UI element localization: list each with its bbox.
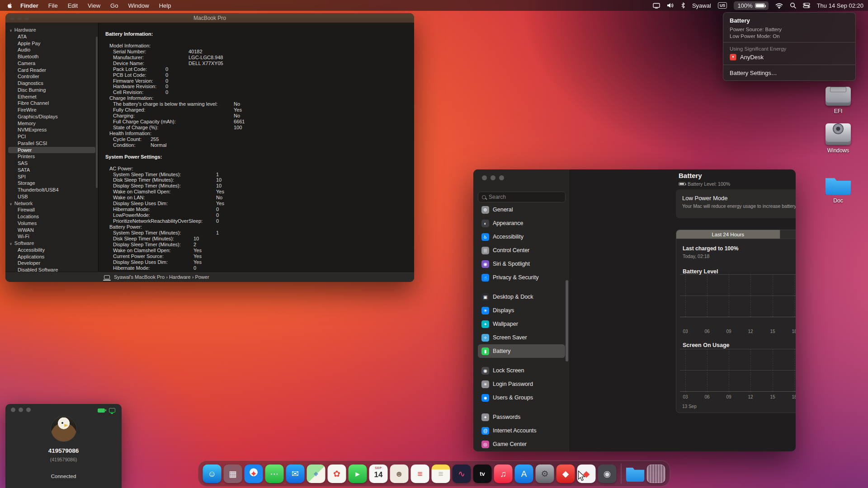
menu-item[interactable]: Window	[123, 0, 154, 11]
dock-maps[interactable]: ⌖	[307, 465, 326, 483]
sidebar-tree-item[interactable]: SAS	[5, 160, 98, 167]
window-titlebar[interactable]: MacBook Pro	[5, 13, 414, 23]
sidebar-tree-item[interactable]: Storage	[5, 180, 98, 187]
keyboard-layout-badge[interactable]: US	[718, 2, 727, 9]
sidebar-scrollbar[interactable]	[96, 37, 98, 188]
settings-sidebar-scrollbar[interactable]	[566, 280, 568, 361]
zoom-button[interactable]	[499, 175, 504, 180]
sidebar-item-users-groups[interactable]: ☻ Users & Groups	[478, 391, 565, 404]
sidebar-item-siri-spotlight[interactable]: ◉ Siri & Spotlight	[478, 257, 565, 271]
sidebar-tree-item[interactable]: SPI	[5, 174, 98, 180]
dock-contacts[interactable]: ☻	[390, 465, 409, 483]
sidebar-tree-item[interactable]: Hardware	[5, 27, 98, 33]
zoom-button[interactable]	[24, 16, 29, 20]
sidebar-tree-item[interactable]: NVMExpress	[5, 127, 98, 133]
tab-last-24-hours[interactable]: Last 24 Hours	[676, 230, 780, 239]
sidebar-tree-item[interactable]: Network	[5, 200, 98, 207]
dock-mail[interactable]: ✉	[286, 465, 305, 483]
dock-launchpad[interactable]: ▦	[224, 465, 242, 483]
dock-app-red[interactable]: ◆	[557, 465, 575, 483]
sidebar-tree-item[interactable]: Camera	[5, 60, 98, 67]
dock-photos[interactable]: ✿	[328, 465, 346, 483]
menu-item[interactable]: Go	[105, 0, 123, 11]
sidebar-tree-item[interactable]: Power	[8, 147, 95, 154]
sidebar-tree-item[interactable]: Disabled Software	[5, 267, 98, 272]
dock-reminders[interactable]: ≡	[411, 465, 429, 483]
bluetooth-icon[interactable]	[681, 2, 685, 9]
sidebar-item-passwords[interactable]: ✦ Passwords	[478, 410, 565, 424]
sidebar-item-game-center[interactable]: ◎ Game Center	[478, 437, 565, 451]
dock-system-settings[interactable]: ⚙	[536, 465, 554, 483]
desktop-icon-windows[interactable]: Windows	[819, 118, 857, 154]
dock-tv[interactable]: tv	[473, 465, 492, 483]
desktop-icon-efi[interactable]: EFI	[819, 80, 857, 114]
sidebar-tree-item[interactable]: SATA	[5, 167, 98, 174]
dock-calendar[interactable]: SEP 14	[369, 465, 388, 483]
desktop-icon-doc[interactable]: Doc	[819, 175, 857, 204]
sidebar-tree-item[interactable]: PCI	[5, 133, 98, 140]
dock-finder[interactable]: ☺	[203, 465, 222, 483]
minimize-button[interactable]	[19, 408, 23, 412]
search-icon[interactable]	[790, 2, 796, 9]
menu-bar-clock[interactable]: Thu 14 Sep 02:20	[817, 2, 863, 9]
energy-app-item[interactable]: AnyDesk	[723, 52, 855, 62]
sidebar-tree-item[interactable]: Apple Pay	[5, 40, 98, 47]
sidebar-item-internet-accounts[interactable]: @ Internet Accounts	[478, 424, 565, 437]
minimize-button[interactable]	[17, 16, 22, 20]
sidebar-item-accessibility[interactable]: ♿ Accessibility	[478, 230, 565, 244]
sidebar-item-displays[interactable]: ☀ Displays	[478, 304, 565, 317]
battery-settings-item[interactable]: Battery Settings…	[723, 68, 855, 77]
dock-folder-doc[interactable]	[626, 465, 645, 483]
sidebar-tree-item[interactable]: Firewall	[5, 206, 98, 213]
dock-app-store[interactable]: A	[515, 465, 533, 483]
dock-music-wave[interactable]: ∿	[453, 465, 471, 483]
control-center-icon[interactable]	[803, 3, 810, 8]
sidebar-item-appearance[interactable]: ◐ Appearance	[478, 216, 565, 230]
sidebar-item-privacy-security[interactable]: ☝ Privacy & Security	[478, 271, 565, 284]
tab-last-10-days[interactable]: Last 10 Days	[780, 230, 796, 239]
sidebar-tree-item[interactable]: ATA	[5, 33, 98, 40]
sidebar-tree-item[interactable]: Graphics/Displays	[5, 113, 98, 120]
sidebar-tree-item[interactable]: Fibre Channel	[5, 100, 98, 107]
sidebar-tree-item[interactable]: USB	[5, 193, 98, 200]
dock-music[interactable]: ♫	[494, 465, 513, 483]
sidebar-tree-item[interactable]: Volumes	[5, 220, 98, 227]
dock-notes[interactable]: ≡	[432, 465, 450, 483]
sidebar-tree-item[interactable]: Wi-Fi	[5, 233, 98, 240]
close-button[interactable]	[10, 16, 14, 20]
menu-item[interactable]: Finder	[15, 0, 43, 11]
sidebar-tree-item[interactable]: Controller	[5, 73, 98, 80]
sidebar-tree-item[interactable]: Locations	[5, 213, 98, 220]
menu-item[interactable]: Help	[154, 0, 176, 11]
search-input[interactable]	[489, 194, 561, 200]
sidebar-tree-item[interactable]: Diagnostics	[5, 80, 98, 87]
sidebar-tree-item[interactable]: Applications	[5, 253, 98, 260]
sidebar-tree-item[interactable]: Disc Burning	[5, 87, 98, 94]
zoom-button[interactable]	[26, 408, 31, 412]
sidebar-item-desktop-dock[interactable]: ▣ Desktop & Dock	[478, 290, 565, 304]
sidebar-tree-item[interactable]: Ethernet	[5, 94, 98, 100]
sidebar-tree-item[interactable]: Printers	[5, 153, 98, 160]
sidebar-tree-item[interactable]: Developer	[5, 260, 98, 267]
sidebar-tree-item[interactable]: Thunderbolt/USB4	[5, 187, 98, 193]
sidebar-item-wallpaper[interactable]: ✦ Wallpaper	[478, 317, 565, 331]
sidebar-item-lock-screen[interactable]: ◉ Lock Screen	[478, 364, 565, 377]
menu-item[interactable]: Edit	[63, 0, 83, 11]
close-button[interactable]	[11, 408, 15, 412]
sidebar-tree-item[interactable]: Memory	[5, 120, 98, 127]
menu-item[interactable]: View	[83, 0, 105, 11]
dock-divider[interactable]	[621, 464, 622, 483]
sidebar-item-general[interactable]: ⚙ General	[478, 203, 565, 216]
sidebar-tree-item[interactable]: Bluetooth	[5, 53, 98, 60]
dock-messages[interactable]: ⋯	[265, 465, 284, 483]
sidebar-item-login-password[interactable]: ✳ Login Password	[478, 377, 565, 391]
sidebar-tree-item[interactable]: Audio	[5, 47, 98, 53]
close-button[interactable]	[482, 175, 487, 180]
sidebar-item-screen-saver[interactable]: ✧ Screen Saver	[478, 331, 565, 344]
apple-menu[interactable]	[6, 2, 13, 9]
sidebar-tree-item[interactable]: WWAN	[5, 227, 98, 234]
wifi-icon[interactable]	[775, 3, 783, 9]
volume-icon[interactable]	[667, 3, 674, 8]
dock-safari[interactable]: ✦	[245, 465, 263, 483]
battery-menu-extra[interactable]: 100%	[734, 1, 768, 10]
